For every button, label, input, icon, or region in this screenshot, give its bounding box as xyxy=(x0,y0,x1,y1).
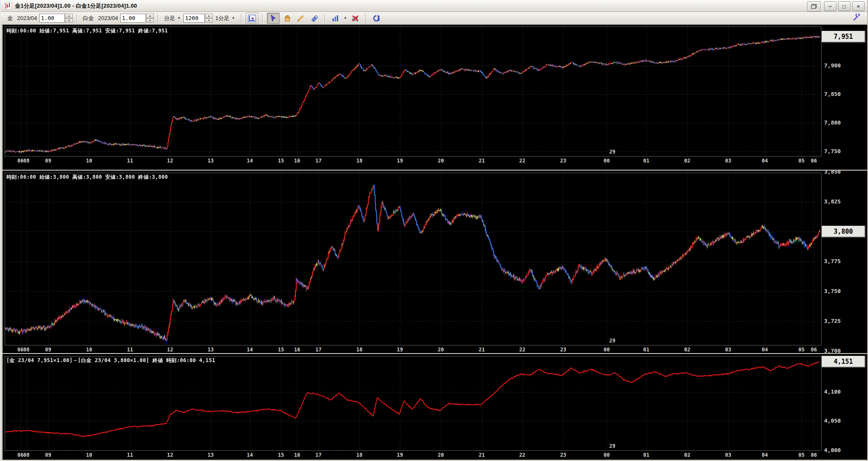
refresh-cr-icon: R xyxy=(372,14,381,22)
minimize-icon: – xyxy=(829,3,832,9)
x-axis-hour-label: 04 xyxy=(762,452,768,458)
x-axis-hour-label: 01 xyxy=(643,158,649,164)
bar-interval-dropdown[interactable]: 1分足 ▼ xyxy=(213,14,237,23)
chevron-down-icon: ▼ xyxy=(231,16,235,20)
x-axis-hour-label: 14 xyxy=(247,452,253,458)
chart-canvas-spread-gold-minus-platinum[interactable] xyxy=(5,357,821,450)
select-cursor-button[interactable] xyxy=(267,13,280,24)
chevron-down-icon[interactable]: ▼ xyxy=(344,16,347,20)
x-axis-hour-label: 15 xyxy=(278,452,284,458)
x-axis-hour-label: 01 xyxy=(643,347,649,353)
chart-settings-button[interactable] xyxy=(246,13,258,24)
ohlc-info-line: 時刻:06:00 始値:7,951 高値:7,951 安値:7,951 終値:7… xyxy=(6,27,168,35)
y-axis-price-label: 3,850 xyxy=(824,168,841,175)
cursor-arrow-icon xyxy=(269,14,277,22)
gold-multiplier-input[interactable] xyxy=(39,14,65,23)
spin-down-icon[interactable]: ▼ xyxy=(205,18,213,23)
chart-window: 金1分足[2023/04]1.00 - 白金1分足[2023/04]1.00 –… xyxy=(0,0,868,461)
gold-month-label: 2023/04 xyxy=(17,15,37,21)
x-axis-hour-label: 19 xyxy=(397,158,403,164)
spin-down-icon[interactable]: ▼ xyxy=(146,18,154,23)
svg-text:R: R xyxy=(377,18,380,22)
x-axis-hour-label: 02 xyxy=(684,347,690,353)
x-axis-hour-label: 21 xyxy=(479,347,485,353)
y-axis-price-label: 4,000 xyxy=(824,447,841,453)
x-axis-hour-label: 09 xyxy=(45,452,51,458)
x-axis-hour-label: 13 xyxy=(208,347,214,353)
chart-pane-platinum-1min: 時刻:06:00 始値:3,800 高値:3,800 安値:3,800 終値:3… xyxy=(3,171,867,353)
minimize-button[interactable]: – xyxy=(824,1,836,11)
y-axis-price-label: 3,775 xyxy=(824,258,841,264)
platinum-multiplier-input[interactable] xyxy=(120,14,146,23)
pencil-icon xyxy=(297,14,304,22)
y-axis-price-label: 4,050 xyxy=(824,418,841,424)
x-axis-hour-label: 00 xyxy=(604,158,610,164)
plot-area-gold-1min[interactable]: 時刻:06:00 始値:7,951 高値:7,951 安値:7,951 終値:7… xyxy=(5,26,822,157)
x-axis-hour-label: 16 xyxy=(294,452,300,458)
x-axis-hour-label: 00 xyxy=(604,347,610,353)
platinum-multiplier-spinner[interactable]: ▲▼ xyxy=(146,14,154,23)
x-axis-hour-label: 21 xyxy=(479,452,485,458)
x-axis-hour-label: 22 xyxy=(519,452,525,458)
x-axis-hour-label: 06 xyxy=(811,452,817,458)
gold-multiplier-spinner[interactable]: ▲▼ xyxy=(65,14,73,23)
clear-chart-red-x-icon xyxy=(351,14,359,22)
bar-interval-label: 1分足 xyxy=(215,14,229,22)
eraser-button[interactable] xyxy=(308,13,321,24)
toolbar-separator xyxy=(324,14,325,23)
ohlc-info-line: 時刻:06:00 始値:3,800 高値:3,800 安値:3,800 終値:3… xyxy=(6,174,168,181)
x-axis-hour-label: 14 xyxy=(247,158,253,164)
toolbar: 金 2023/04 ▲▼ 白金 2023/04 ▲▼ 分足 ▼ ▲▼ 1分足 ▼ xyxy=(1,12,867,25)
x-axis-hour-label: 03 xyxy=(725,452,731,458)
spin-up-icon[interactable]: ▲ xyxy=(205,14,213,18)
maximize-button[interactable]: □ xyxy=(838,1,851,11)
title-bar: 金1分足[2023/04]1.00 - 白金1分足[2023/04]1.00 –… xyxy=(1,0,867,12)
spin-up-icon[interactable]: ▲ xyxy=(146,14,154,18)
y-axis-price-label: 4,100 xyxy=(824,389,841,395)
x-axis-hour-label: 11 xyxy=(127,452,133,458)
x-axis-hour-label: 04 xyxy=(762,347,768,353)
refresh-button[interactable]: R xyxy=(370,13,383,24)
clear-drawings-button[interactable] xyxy=(349,13,362,24)
bar-count-spinner[interactable]: ▲▼ xyxy=(205,14,213,23)
x-axis-hour-label: 01 xyxy=(643,452,649,458)
x-axis-hour-label: 17 xyxy=(315,347,321,353)
bar-style-button[interactable] xyxy=(329,13,342,24)
y-axis-price-label: 3,750 xyxy=(824,288,841,294)
float-window-button[interactable] xyxy=(807,1,821,12)
x-axis-hour-label: 04 xyxy=(762,158,768,164)
x-axis-hour-label: 10 xyxy=(86,347,92,353)
bar-count-input[interactable] xyxy=(183,14,205,23)
close-button[interactable]: × xyxy=(852,1,865,11)
maximize-icon: □ xyxy=(843,3,846,9)
plot-area-spread-gold-minus-platinum[interactable]: [金 23/04 7,951×1.00]－[白金 23/04 3,800×1.0… xyxy=(5,356,822,451)
toolbar-separator xyxy=(262,14,263,23)
spin-down-icon[interactable]: ▼ xyxy=(65,18,73,23)
chart-canvas-platinum-1min[interactable] xyxy=(5,173,821,345)
bar-type-dropdown[interactable]: 分足 ▼ xyxy=(162,14,183,23)
x-axis-hour-label: 06 xyxy=(811,158,817,164)
x-axis-hour-label: 02 xyxy=(684,452,690,458)
toolbar-separator xyxy=(76,14,77,23)
x-axis-hour-label: 06 xyxy=(811,347,817,353)
platinum-symbol-label: 白金 xyxy=(83,14,94,22)
x-axis-hour-label: 12 xyxy=(167,452,173,458)
x-axis-hour-label: 15 xyxy=(278,158,284,164)
chart-canvas-gold-1min[interactable] xyxy=(5,27,821,156)
x-axis-hour-label: 16 xyxy=(294,158,300,164)
chart-properties-button[interactable] xyxy=(853,14,861,23)
x-axis-hour-label: 08 xyxy=(23,158,29,164)
pan-hand-button[interactable] xyxy=(281,13,293,24)
x-axis-hour-label: 20 xyxy=(438,158,444,164)
x-axis-hour-label: 05 xyxy=(799,158,804,164)
eraser-icon xyxy=(310,14,318,22)
cascade-windows-icon xyxy=(811,4,817,9)
x-axis-hour-label: 08 xyxy=(23,452,29,458)
last-price-badge: 4,151 xyxy=(822,356,865,367)
x-axis-hour-label: 13 xyxy=(208,158,214,164)
plot-area-platinum-1min[interactable]: 時刻:06:00 始値:3,800 高値:3,800 安値:3,800 終値:3… xyxy=(5,173,822,345)
toolbar-separator xyxy=(365,14,366,23)
x-axis-hour-label: 09 xyxy=(45,158,51,164)
draw-pencil-button[interactable] xyxy=(294,13,307,24)
spin-up-icon[interactable]: ▲ xyxy=(65,14,73,18)
